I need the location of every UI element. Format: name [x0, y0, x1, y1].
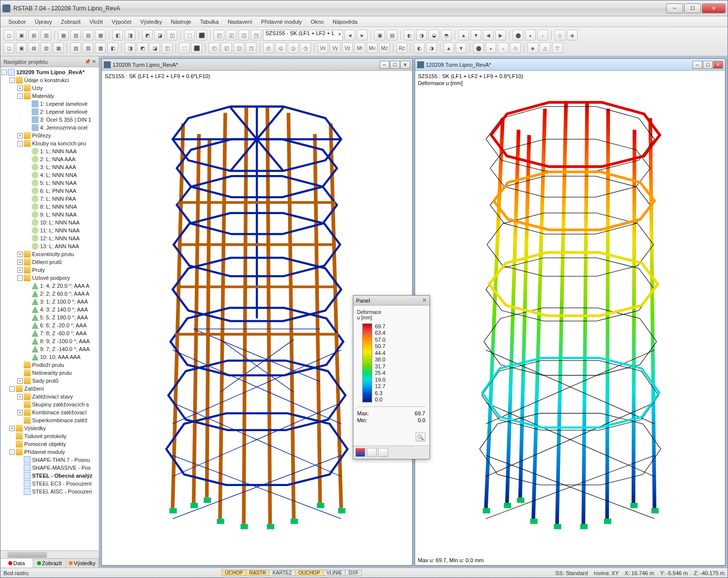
- tree-toggle-icon[interactable]: +: [17, 260, 23, 265]
- toolbar-button[interactable]: ◨: [125, 43, 135, 53]
- tree-node[interactable]: -Klouby na koncích pru: [1, 139, 98, 147]
- nav-tab-data[interactable]: Data: [0, 559, 33, 568]
- loadcase-dropdown[interactable]: SZS155 - SK (LF1 + LF2 + L: [263, 30, 343, 41]
- nav-tab-výsledky[interactable]: Výsledky: [66, 559, 99, 568]
- toolbar-button[interactable]: ◈: [567, 30, 578, 41]
- tree-node[interactable]: 7: 8; Z -60.0 °; AAA: [1, 329, 98, 337]
- toolbar-button[interactable]: ◄: [344, 30, 355, 41]
- results-panel[interactable]: Panel ✕ Deformace u [mm] 69.763.457.050.…: [353, 295, 430, 459]
- tree-node[interactable]: 7: L; NNN PAA: [1, 195, 98, 203]
- toolbar-button[interactable]: Vz: [342, 43, 353, 53]
- toolbar-button[interactable]: ▧: [70, 43, 81, 53]
- toolbar-button[interactable]: Vy: [330, 43, 341, 53]
- tree-toggle-icon[interactable]: -: [9, 386, 15, 392]
- toolbar-button[interactable]: Mz: [379, 43, 390, 53]
- toolbar-button[interactable]: △: [540, 43, 551, 53]
- menu-tabulka[interactable]: Tabulka: [196, 18, 223, 26]
- tree-node[interactable]: +Výsledky: [1, 424, 98, 432]
- toolbar-button[interactable]: ◶: [288, 43, 299, 53]
- toolbar-button[interactable]: ►: [357, 30, 368, 41]
- toolbar-button[interactable]: ▲: [458, 30, 469, 41]
- tree-node[interactable]: +Dělení prutů: [1, 258, 98, 266]
- viewport-results[interactable]: SZS155 : SK (LF1 + LF2 + LF9 + 0.6*LF10)…: [415, 71, 726, 565]
- mdi-maximize[interactable]: ☐: [703, 61, 713, 69]
- toolbar-button[interactable]: Mr: [354, 43, 365, 53]
- toolbar-button[interactable]: ◑: [416, 30, 427, 41]
- tree-toggle-icon[interactable]: -: [17, 275, 23, 281]
- toolbar-button[interactable]: ◰: [214, 30, 224, 41]
- tree-node[interactable]: 2: L; NNA AAA: [1, 155, 98, 163]
- panel-zoom-icon[interactable]: 🔍: [416, 433, 426, 442]
- mdi-close[interactable]: ✕: [713, 61, 723, 69]
- menu-nástroje[interactable]: Nástroje: [167, 18, 195, 26]
- tree-node[interactable]: 5: L; NNN NAA: [1, 179, 98, 187]
- toolbar-button[interactable]: ⬛: [191, 43, 202, 53]
- toolbar-button[interactable]: ◫: [167, 30, 177, 41]
- toolbar-button[interactable]: Mv: [367, 43, 378, 53]
- tree-node[interactable]: +Sady prutů: [1, 377, 98, 385]
- toolbar-button[interactable]: ▣: [374, 30, 385, 41]
- window-minimize[interactable]: ─: [666, 3, 683, 13]
- toolbar-button[interactable]: ▣: [16, 30, 27, 41]
- tree-scrollbar-h[interactable]: [0, 550, 99, 558]
- toolbar-button[interactable]: ◀: [483, 30, 494, 41]
- tree-toggle-icon[interactable]: -: [9, 78, 15, 83]
- toolbar-button[interactable]: ▧: [70, 30, 81, 41]
- tree-node[interactable]: 1: L; NNN NAA: [1, 147, 98, 155]
- tree-node[interactable]: 4: Jemnozrnná ocel: [1, 124, 98, 132]
- toolbar-button[interactable]: ▶: [495, 30, 506, 41]
- tree-node[interactable]: 1: Lepené lamelové: [1, 100, 98, 108]
- tree-node[interactable]: 8: L; NNN NNA: [1, 203, 98, 211]
- toolbar-button[interactable]: ◫: [162, 43, 172, 53]
- tree-node[interactable]: Tiskové protokoly: [1, 432, 98, 440]
- toolbar-button[interactable]: ▩: [95, 43, 106, 53]
- toolbar-button[interactable]: ◻: [3, 43, 14, 53]
- tree-node[interactable]: 10: L; NNN NAA: [1, 219, 98, 226]
- tree-toggle-icon[interactable]: +: [9, 426, 15, 431]
- tree-node[interactable]: 11: L; NNN NAA: [1, 226, 98, 234]
- toolbar-button[interactable]: ◒: [428, 30, 439, 41]
- nav-tab-zobrazit[interactable]: Zobrazit: [33, 559, 66, 568]
- toolbar-button[interactable]: ◲: [233, 43, 244, 53]
- toolbar-button[interactable]: ◪: [149, 43, 160, 53]
- tree-node[interactable]: STEEL EC3 - Posouzení: [1, 480, 98, 488]
- status-toggle-dxf[interactable]: DXF: [345, 570, 362, 576]
- tree-node[interactable]: +Uzly: [1, 84, 98, 92]
- tree-toggle-icon[interactable]: +: [17, 378, 23, 384]
- menu-úpravy[interactable]: Úpravy: [31, 18, 56, 26]
- menu-nastavení[interactable]: Nastavení: [224, 18, 257, 26]
- tree-node[interactable]: STEEL - Obecná analýz: [1, 472, 98, 480]
- toolbar-button[interactable]: ◩: [137, 43, 148, 53]
- toolbar-button[interactable]: ▤: [386, 30, 397, 41]
- tree-toggle-icon[interactable]: -: [17, 141, 23, 146]
- tree-node[interactable]: 9: 7; Z -140.0 °; AAA: [1, 345, 98, 353]
- toolbar-button[interactable]: ◧: [112, 30, 123, 41]
- toolbar-button[interactable]: ◵: [275, 43, 286, 53]
- toolbar-button[interactable]: ▩: [95, 30, 106, 41]
- tree-node[interactable]: SHAPE-THIN 7 - Posou: [1, 456, 98, 464]
- tree-node[interactable]: 2: 2; Z 60.0 °; AAA A: [1, 290, 98, 298]
- tree-node[interactable]: 4: 3; Z 140.0 °; AAA: [1, 306, 98, 313]
- tree-node[interactable]: STEEL AISC - Posouzen: [1, 488, 98, 495]
- tree-node[interactable]: Skupiny zatěžovacích s: [1, 400, 98, 408]
- toolbar-button[interactable]: ◧: [107, 43, 118, 53]
- tree-node[interactable]: SHAPE-MASSIVE - Pos: [1, 464, 98, 472]
- tree-node[interactable]: Podloží prutu: [1, 361, 98, 369]
- toolbar-button[interactable]: ◲: [238, 30, 249, 41]
- tree-node[interactable]: 6: 6; Z -20.0 °; AAA: [1, 321, 98, 329]
- toolbar-button[interactable]: ◓: [441, 30, 452, 41]
- tree-node[interactable]: 9: L; NNN NAA: [1, 211, 98, 219]
- toolbar-button[interactable]: ⬤: [473, 43, 484, 53]
- tree-toggle-icon[interactable]: +: [17, 394, 23, 400]
- toolbar-button[interactable]: ◈: [527, 43, 538, 53]
- toolbar-button[interactable]: ▥: [41, 43, 51, 53]
- tree-node[interactable]: 1: 4; Z 20.0 °; AAA A: [1, 282, 98, 290]
- toolbar-button[interactable]: ⬤: [513, 30, 523, 41]
- tree-node[interactable]: -Údaje o konstrukci: [1, 76, 98, 84]
- status-toggle-rastr[interactable]: RASTR: [246, 570, 269, 576]
- menu-výsledky[interactable]: Výsledky: [136, 18, 166, 26]
- tree-node[interactable]: -Materiály: [1, 92, 98, 100]
- tree-toggle-icon[interactable]: +: [17, 410, 23, 415]
- mdi-close[interactable]: ✕: [400, 61, 410, 69]
- toolbar-button[interactable]: ▤: [28, 30, 39, 41]
